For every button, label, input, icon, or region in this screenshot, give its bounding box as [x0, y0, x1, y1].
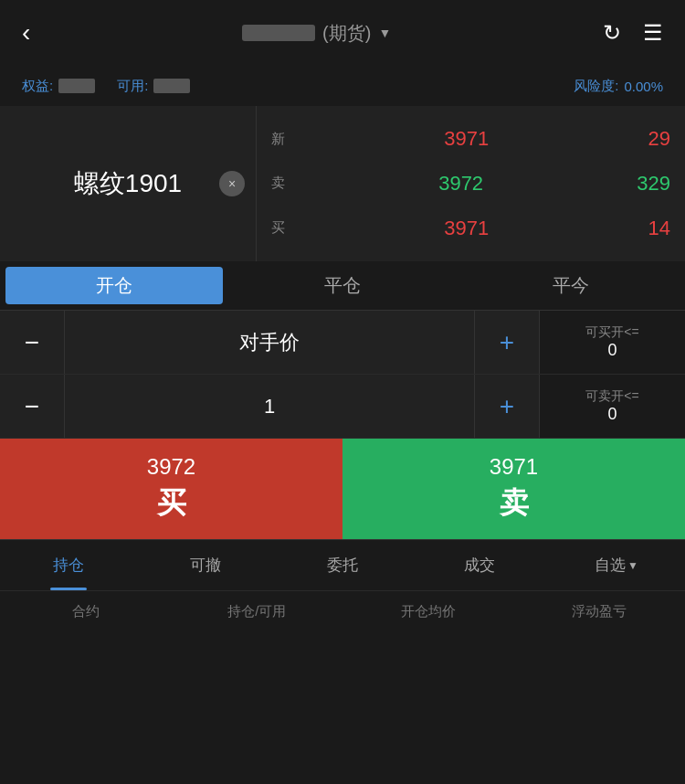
new-change: 29: [648, 127, 670, 151]
equity-item: 权益:: [22, 78, 95, 95]
buy-button-price: 3972: [147, 454, 195, 480]
watchlist-label: 自选: [595, 555, 626, 576]
tab-entrust[interactable]: 委托: [274, 540, 411, 590]
price-plus-button[interactable]: +: [475, 311, 539, 374]
new-label: 新: [271, 131, 285, 148]
header-title: (期货) ▼: [242, 21, 391, 46]
sell-button-label: 卖: [500, 483, 529, 524]
tab-watchlist[interactable]: 自选 ▼: [548, 540, 685, 590]
buy-price-row: 买 3971 14: [271, 217, 670, 240]
qty-value-display[interactable]: 1: [64, 375, 475, 438]
qty-plus-button[interactable]: +: [475, 375, 539, 438]
account-name-mask: [242, 25, 315, 41]
sell-label: 卖: [271, 175, 285, 192]
can-sell-value: 0: [607, 405, 616, 424]
can-buy-value: 0: [607, 341, 616, 360]
qty-control-row: − 1 + 可卖开<= 0: [0, 375, 685, 439]
tab-deals[interactable]: 成交: [411, 540, 548, 590]
refresh-icon[interactable]: ↻: [603, 20, 621, 46]
tab-close-today[interactable]: 平今: [462, 267, 680, 304]
tab-open[interactable]: 开仓: [5, 267, 223, 304]
price-control-row: − 对手价 + 可买开<= 0: [0, 311, 685, 375]
account-bar: 权益: 可用: 风险度: 0.00%: [0, 66, 685, 106]
bottom-tabs: 持仓 可撤 委托 成交 自选 ▼: [0, 539, 685, 590]
sell-price-row: 卖 3972 329: [271, 172, 670, 196]
header-actions: ↻ ☰: [603, 20, 663, 46]
risk-item: 风险度: 0.00%: [574, 78, 663, 95]
symbol-section: 螺纹1901 ×: [0, 106, 256, 261]
price-section: 新 3971 29 卖 3972 329 买 3971 14: [256, 106, 685, 261]
can-sell-label: 可卖开<=: [585, 388, 638, 405]
watchlist-dropdown-icon: ▼: [627, 559, 638, 572]
can-buy-label: 可买开<=: [585, 324, 638, 341]
tab-close[interactable]: 平仓: [234, 267, 451, 304]
available-item: 可用:: [117, 78, 190, 95]
sell-qty: 329: [637, 172, 670, 196]
buy-price: 3971: [444, 217, 489, 240]
available-value: [153, 79, 190, 93]
available-label: 可用:: [117, 78, 148, 95]
tab-cancellable[interactable]: 可撤: [137, 540, 274, 590]
risk-label: 风险度:: [574, 78, 618, 95]
equity-value: [58, 79, 95, 93]
th-open-avg: 开仓均价: [342, 591, 514, 632]
symbol-name: 螺纹1901: [74, 166, 182, 201]
buy-qty: 14: [648, 217, 670, 240]
equity-label: 权益:: [22, 78, 53, 95]
th-contract: 合约: [0, 591, 172, 632]
qty-minus-button[interactable]: −: [0, 375, 64, 438]
can-sell-info: 可卖开<= 0: [539, 375, 685, 438]
menu-icon[interactable]: ☰: [643, 20, 663, 46]
risk-value: 0.00%: [624, 79, 663, 94]
symbol-clear-button[interactable]: ×: [219, 171, 245, 196]
sell-button[interactable]: 3971 卖: [342, 439, 685, 539]
back-button[interactable]: ‹: [22, 18, 30, 48]
can-buy-info: 可买开<= 0: [539, 311, 685, 374]
price-minus-button[interactable]: −: [0, 311, 64, 374]
futures-label: (期货): [322, 21, 371, 46]
header: ‹ (期货) ▼ ↻ ☰: [0, 0, 685, 66]
buy-label: 买: [271, 219, 285, 237]
trade-tabs: 开仓 平仓 平今: [0, 261, 685, 311]
th-pnl: 浮动盈亏: [514, 591, 686, 632]
price-value-display[interactable]: 对手价: [64, 311, 475, 374]
th-holdings: 持仓/可用: [172, 591, 343, 632]
sell-button-price: 3971: [490, 454, 538, 480]
dropdown-icon[interactable]: ▼: [378, 26, 391, 40]
buy-button-label: 买: [157, 483, 186, 524]
sell-price: 3972: [438, 172, 483, 196]
trading-area: 螺纹1901 × 新 3971 29 卖 3972 329 买 3971 14: [0, 106, 685, 261]
new-price: 3971: [444, 127, 489, 151]
buy-button[interactable]: 3972 买: [0, 439, 342, 539]
table-header: 合约 持仓/可用 开仓均价 浮动盈亏: [0, 590, 685, 632]
new-price-row: 新 3971 29: [271, 127, 670, 151]
tab-holdings[interactable]: 持仓: [0, 540, 137, 590]
buy-sell-section: 3972 买 3971 卖: [0, 439, 685, 539]
